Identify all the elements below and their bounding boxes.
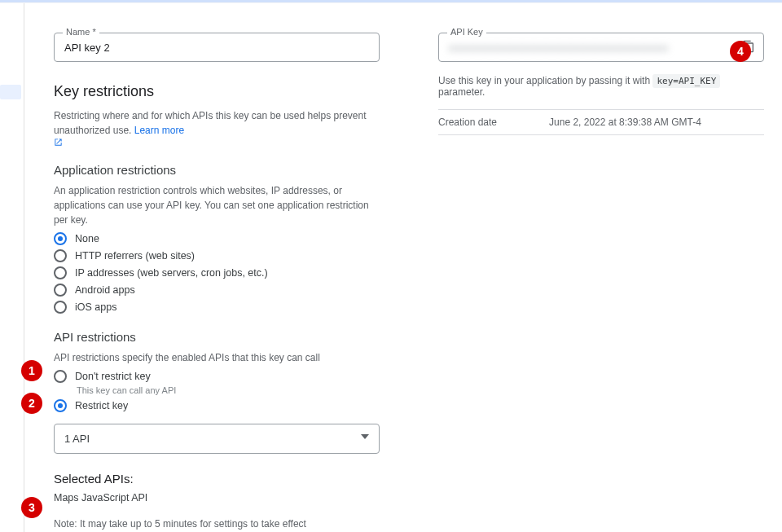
radio-icon bbox=[54, 370, 67, 383]
creation-date-value: June 2, 2022 at 8:39:38 AM GMT-4 bbox=[549, 117, 701, 128]
api-restriction-restrict[interactable]: Restrict key bbox=[54, 399, 380, 412]
radio-label: iOS apps bbox=[75, 301, 116, 313]
radio-label: Restrict key bbox=[75, 400, 128, 411]
name-field[interactable]: Name * API key 2 bbox=[54, 33, 380, 62]
app-restriction-option-ip[interactable]: IP addresses (web servers, cron jobs, et… bbox=[54, 266, 380, 279]
annotation-2: 2 bbox=[21, 393, 42, 414]
radio-label: HTTP referrers (web sites) bbox=[75, 250, 195, 262]
chevron-down-icon bbox=[361, 434, 369, 439]
selected-api-item: Maps JavaScript API bbox=[54, 492, 380, 503]
api-restriction-dont-restrict[interactable]: Don't restrict key bbox=[54, 370, 380, 383]
app-restriction-option-android[interactable]: Android apps bbox=[54, 284, 380, 297]
radio-label: None bbox=[75, 233, 99, 244]
app-restrictions-heading: Application restrictions bbox=[54, 163, 380, 177]
learn-more-link[interactable]: Learn more bbox=[134, 125, 184, 136]
usage-code: key=API_KEY bbox=[652, 74, 720, 88]
app-restriction-option-none[interactable]: None bbox=[54, 232, 380, 245]
left-column: Name * API key 2 Key restrictions Restri… bbox=[54, 33, 380, 532]
key-restrictions-helper: Restricting where and for which APIs thi… bbox=[54, 108, 380, 147]
radio-label: Android apps bbox=[75, 284, 135, 296]
api-select-dropdown[interactable]: 1 API bbox=[54, 424, 380, 454]
annotation-1: 1 bbox=[21, 360, 42, 381]
radio-label: Don't restrict key bbox=[75, 371, 151, 382]
app-restrictions-helper: An application restriction controls whic… bbox=[54, 183, 380, 227]
key-restrictions-heading: Key restrictions bbox=[54, 83, 380, 100]
api-key-field: API Key xxxxxxxxxxxxxxxxxxxxxxxxxxxxxxxx… bbox=[438, 33, 764, 62]
annotation-4: 4 bbox=[730, 41, 751, 62]
sidebar-active-indicator bbox=[0, 85, 21, 99]
radio-icon bbox=[54, 399, 67, 412]
left-sidebar bbox=[0, 3, 24, 532]
app-restrictions-radio-group: None HTTP referrers (web sites) IP addre… bbox=[54, 232, 380, 314]
name-field-label: Name * bbox=[63, 27, 99, 37]
main-content: Name * API key 2 Key restrictions Restri… bbox=[24, 3, 782, 532]
radio-icon bbox=[54, 249, 67, 262]
usage-prefix: Use this key in your application by pass… bbox=[438, 75, 652, 86]
api-restrictions-heading: API restrictions bbox=[54, 330, 380, 344]
radio-label: IP addresses (web servers, cron jobs, et… bbox=[75, 267, 268, 279]
api-key-field-label: API Key bbox=[447, 27, 486, 37]
name-field-value[interactable]: API key 2 bbox=[64, 42, 369, 55]
api-key-usage-text: Use this key in your application by pass… bbox=[438, 75, 764, 98]
usage-suffix: parameter. bbox=[438, 86, 485, 98]
radio-icon bbox=[54, 284, 67, 297]
api-restrictions-helper: API restrictions specify the enabled API… bbox=[54, 350, 380, 365]
radio-icon bbox=[54, 232, 67, 245]
api-key-value: xxxxxxxxxxxxxxxxxxxxxxxxxxxxxxxxxxxx bbox=[449, 42, 753, 55]
external-link-icon bbox=[54, 138, 380, 147]
radio-icon bbox=[54, 301, 67, 314]
api-restriction-dont-restrict-sub: This key can call any API bbox=[77, 385, 380, 395]
app-restriction-option-ios[interactable]: iOS apps bbox=[54, 301, 380, 314]
right-column: API Key xxxxxxxxxxxxxxxxxxxxxxxxxxxxxxxx… bbox=[438, 33, 764, 135]
radio-icon bbox=[54, 266, 67, 279]
key-restrictions-helper-text: Restricting where and for which APIs thi… bbox=[54, 110, 367, 136]
creation-date-row: Creation date June 2, 2022 at 8:39:38 AM… bbox=[438, 109, 764, 135]
app-restriction-option-http[interactable]: HTTP referrers (web sites) bbox=[54, 249, 380, 262]
api-restrictions-radio-group: Don't restrict key This key can call any… bbox=[54, 370, 380, 412]
creation-date-label: Creation date bbox=[438, 117, 497, 128]
settings-delay-note: Note: It may take up to 5 minutes for se… bbox=[54, 518, 380, 530]
annotation-3: 3 bbox=[21, 497, 42, 518]
api-select-value: 1 API bbox=[64, 433, 90, 445]
selected-apis-heading: Selected APIs: bbox=[54, 472, 380, 486]
